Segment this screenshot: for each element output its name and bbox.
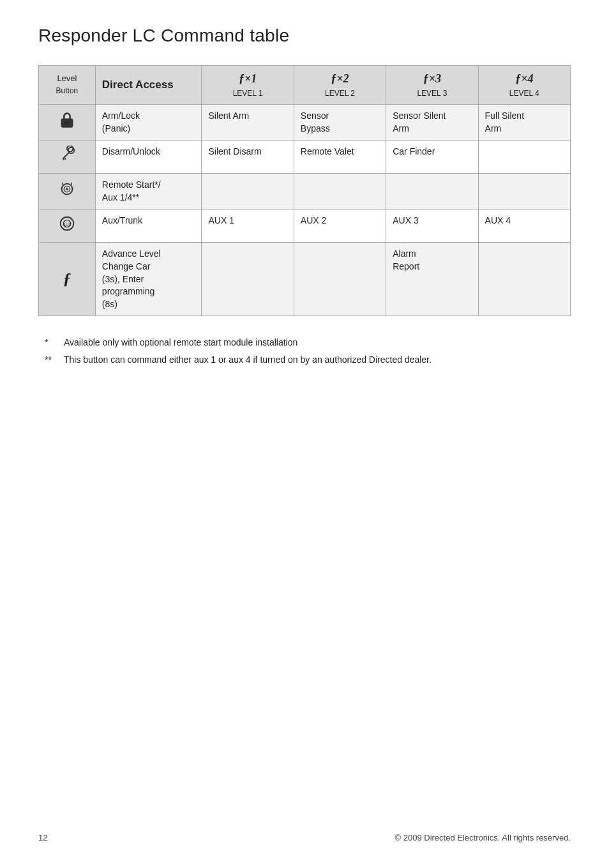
footnote-text: Available only with optional remote star… — [64, 335, 571, 349]
header-level-button: Level Button — [39, 66, 96, 105]
page-title: Responder LC Command table — [38, 26, 571, 46]
svg-line-4 — [64, 158, 66, 160]
row-icon: AUX — [39, 209, 96, 243]
command-table-wrapper: Level Button Direct Access ƒ×1 LEVEL 1 ƒ… — [38, 65, 571, 316]
row-direct: Advance LevelChange Car(3s), Enterprogra… — [95, 243, 202, 316]
header-fx3: ƒ×3 LEVEL 3 — [386, 66, 478, 105]
table-row: Remote Start*/Aux 1/4** — [39, 174, 571, 209]
svg-text:AUX: AUX — [63, 223, 71, 227]
row-fx3: AUX 3 — [386, 209, 478, 243]
row-fx2 — [294, 243, 386, 316]
footnote-text: This button can command either aux 1 or … — [64, 353, 571, 367]
row-direct: Disarm/Unlock — [95, 141, 202, 174]
row-fx4 — [478, 141, 570, 174]
row-fx1 — [202, 174, 294, 209]
svg-point-2 — [68, 148, 74, 153]
row-fx1: Silent Arm — [202, 104, 294, 140]
footnote: **This button can command either aux 1 o… — [38, 353, 571, 367]
footnotes: *Available only with optional remote sta… — [38, 335, 571, 367]
table-row: Arm/Lock(Panic)Silent ArmSensorBypassSen… — [39, 104, 571, 140]
row-fx2: SensorBypass — [294, 104, 386, 140]
footnote-mark: ** — [38, 353, 64, 367]
svg-line-3 — [63, 159, 64, 160]
table-row: Disarm/UnlockSilent DisarmRemote ValetCa… — [39, 141, 571, 174]
row-direct: Aux/Trunk — [95, 209, 202, 243]
row-fx4 — [478, 243, 570, 316]
row-fx2: AUX 2 — [294, 209, 386, 243]
row-icon — [39, 174, 96, 209]
row-direct: Remote Start*/Aux 1/4** — [95, 174, 202, 209]
header-fx1: ƒ×1 LEVEL 1 — [202, 66, 294, 105]
row-fx1 — [202, 243, 294, 316]
row-fx2 — [294, 174, 386, 209]
row-icon: ƒ — [39, 243, 96, 316]
row-fx3: Sensor SilentArm — [386, 104, 478, 140]
page-number: 12 — [38, 833, 47, 842]
row-fx3: Car Finder — [386, 141, 478, 174]
row-direct: Arm/Lock(Panic) — [95, 104, 202, 140]
table-row: AUX Aux/TrunkAUX 1AUX 2AUX 3AUX 4 — [39, 209, 571, 243]
row-fx4: AUX 4 — [478, 209, 570, 243]
row-fx3 — [386, 174, 478, 209]
header-fx2: ƒ×2 LEVEL 2 — [294, 66, 386, 105]
header-direct-access: Direct Access — [95, 66, 202, 105]
svg-point-7 — [66, 188, 68, 190]
row-fx3: AlarmReport — [386, 243, 478, 316]
row-icon — [39, 141, 96, 174]
row-fx2: Remote Valet — [294, 141, 386, 174]
svg-point-1 — [66, 123, 68, 125]
row-fx1: AUX 1 — [202, 209, 294, 243]
row-fx4 — [478, 174, 570, 209]
command-table: Level Button Direct Access ƒ×1 LEVEL 1 ƒ… — [38, 65, 571, 316]
row-icon — [39, 104, 96, 140]
footnote: *Available only with optional remote sta… — [38, 335, 571, 349]
row-fx4: Full SilentArm — [478, 104, 570, 140]
footnote-mark: * — [38, 335, 64, 349]
copyright: © 2009 Directed Electronics. All rights … — [395, 833, 571, 842]
table-row: ƒAdvance LevelChange Car(3s), Enterprogr… — [39, 243, 571, 316]
page-footer: 12 © 2009 Directed Electronics. All righ… — [38, 833, 571, 842]
header-fx4: ƒ×4 LEVEL 4 — [478, 66, 570, 105]
row-fx1: Silent Disarm — [202, 141, 294, 174]
